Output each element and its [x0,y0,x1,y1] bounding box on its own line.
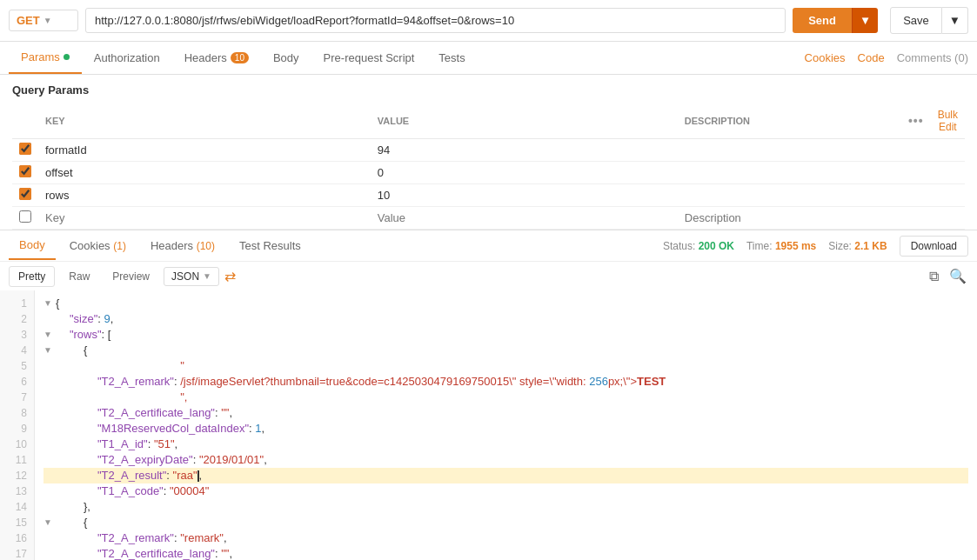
size-label: Size: 2.1 KB [828,240,887,252]
resp-tab-cookies-label: Cookies [70,239,114,252]
format-type-select[interactable]: JSON ▼ [164,267,219,286]
tab-tests-label: Tests [438,51,465,64]
key-input-3[interactable] [45,211,364,224]
code-content[interactable]: ▼{"size": 9,▼"rows": [▼{"T2_A_remark": "… [35,290,977,560]
line-number: 13 [0,483,34,499]
right-links: Cookies Code Comments (0) [805,51,968,64]
table-row [12,207,965,230]
resp-tab-headers[interactable]: Headers (10) [140,232,225,259]
desc-input-0[interactable] [685,143,894,157]
tab-authorization[interactable]: Authorization [82,43,172,73]
key-input-2[interactable] [45,189,364,202]
time-value: 1955 ms [775,240,816,252]
copy-icon[interactable]: ⧉ [927,266,940,286]
desc-input-2[interactable] [685,189,894,202]
wrap-icon[interactable]: ⇄ [224,268,236,284]
request-tabs-row: Params Authorization Headers 10 Body Pre… [0,42,977,75]
params-area: Query Params KEY VALUE DESCRIPTION ••• B… [0,75,977,230]
value-input-3[interactable] [378,211,671,224]
line-numbers: 12345678910111213141516171819 [0,290,35,560]
fmt-tab-preview[interactable]: Preview [104,267,158,286]
save-button[interactable]: Save [890,7,942,34]
col-value: VALUE [371,103,678,139]
line-number: 14 [0,499,34,515]
fold-arrow-1[interactable]: ▼ [43,296,52,311]
format-type-chevron-icon: ▼ [203,271,211,281]
table-row [12,139,965,162]
status-label: Status: 200 OK [663,240,734,252]
method-chevron-icon: ▼ [43,16,52,25]
code-wrapper: 12345678910111213141516171819 ▼{"size": … [0,290,977,560]
send-dropdown-button[interactable]: ▼ [852,8,878,33]
status-value: 200 OK [699,240,734,252]
key-input-1[interactable] [45,166,364,179]
line-number: 7 [0,390,34,405]
tab-headers-label: Headers [184,51,227,64]
row-checkbox-3[interactable] [19,210,31,223]
tab-prerequest[interactable]: Pre-request Script [311,43,427,73]
response-area: Body Cookies (1) Headers (10) Test Resul… [0,230,977,560]
line-number: 2 [0,311,34,327]
tab-body[interactable]: Body [261,43,311,73]
fold-arrow-3[interactable]: ▼ [43,327,52,343]
send-button-group: Send ▼ [793,8,878,33]
bulk-edit-button[interactable]: Bulk Edit [938,109,958,133]
resp-tab-test-results[interactable]: Test Results [229,232,311,259]
resp-tab-body-label: Body [19,238,45,251]
row-checkbox-1[interactable] [19,165,31,177]
row-checkbox-0[interactable] [19,143,31,155]
resp-tab-test-results-label: Test Results [239,239,301,252]
value-input-1[interactable] [378,166,671,179]
resp-tab-headers-label: Headers [151,239,197,252]
tab-params[interactable]: Params [9,42,82,74]
time-label: Time: 1955 ms [746,240,816,252]
status-area: Status: 200 OK Time: 1955 ms Size: 2.1 K… [663,236,968,257]
more-options-icon[interactable]: ••• [908,114,924,128]
url-input[interactable] [85,8,786,33]
method-label: GET [17,14,40,27]
save-dropdown-button[interactable]: ▼ [942,7,968,34]
fold-arrow-4[interactable]: ▼ [43,343,52,358]
value-input-2[interactable] [378,189,671,202]
resp-cookies-badge: (1) [113,240,126,252]
save-button-group: Save ▼ [890,7,968,34]
desc-input-1[interactable] [685,166,894,179]
format-type-label: JSON [171,270,199,283]
format-bar: Pretty Raw Preview JSON ▼ ⇄ ⧉ 🔍 [0,261,977,290]
col-description: DESCRIPTION [678,103,901,139]
line-number: 10 [0,437,34,452]
size-value: 2.1 KB [854,240,887,252]
fold-arrow-13[interactable]: ▼ [43,515,52,530]
line-number: 15 [0,515,34,530]
line-number: 8 [0,405,34,421]
link-cookies[interactable]: Cookies [805,51,846,64]
line-number: 9 [0,421,34,437]
method-dropdown[interactable]: GET ▼ [9,10,78,31]
fmt-tab-pretty[interactable]: Pretty [9,266,55,287]
row-checkbox-2[interactable] [19,188,31,200]
tab-params-label: Params [21,50,60,63]
fmt-tab-raw[interactable]: Raw [60,267,98,286]
table-row [12,184,965,207]
line-number: 5 [0,358,34,374]
query-params-title: Query Params [12,83,965,97]
line-number: 17 [0,546,34,560]
resp-tab-body[interactable]: Body [9,231,56,260]
link-comments[interactable]: Comments (0) [897,51,968,64]
top-bar: GET ▼ Send ▼ Save ▼ [0,0,977,42]
download-button[interactable]: Download [900,236,968,257]
value-input-0[interactable] [378,143,671,157]
tab-headers[interactable]: Headers 10 [172,43,261,73]
line-number: 6 [0,374,34,390]
key-input-0[interactable] [45,143,364,157]
link-code[interactable]: Code [858,51,885,64]
send-button[interactable]: Send [793,8,852,33]
resp-tab-cookies[interactable]: Cookies (1) [59,232,137,259]
tab-tests[interactable]: Tests [426,43,477,73]
line-number: 12 [0,468,34,483]
desc-input-3[interactable] [685,211,894,224]
line-number: 11 [0,452,34,468]
line-number: 1 [0,296,34,311]
col-key: KEY [38,103,371,139]
search-icon[interactable]: 🔍 [947,266,968,286]
